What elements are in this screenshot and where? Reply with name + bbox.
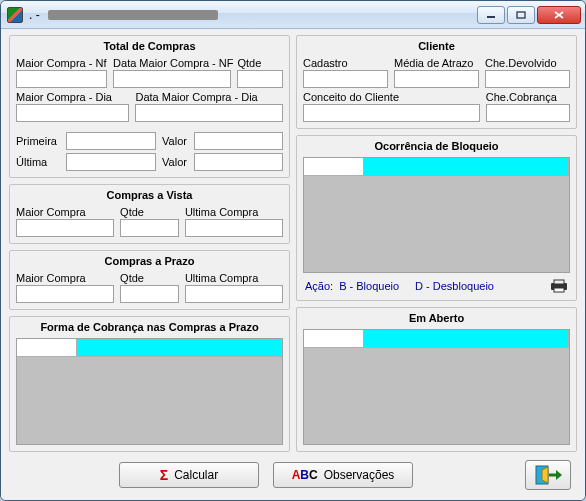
- grid-aberto-header-col: [364, 330, 569, 348]
- label-conceito-cliente: Conceito do Cliente: [303, 91, 480, 103]
- group-title-forma-cobranca: Forma de Cobrança nas Compras a Prazo: [16, 321, 283, 333]
- label-vista-ultima-compra: Ultima Compra: [185, 206, 283, 218]
- observacoes-label: Observações: [324, 468, 395, 482]
- right-column: Cliente Cadastro Média de Atrazo Che.Dev…: [296, 35, 577, 452]
- input-prazo-maior-compra[interactable]: [16, 285, 114, 303]
- grid-aberto-header-blank: [304, 330, 364, 348]
- input-conceito-cliente[interactable]: [303, 104, 480, 122]
- group-title-em-aberto: Em Aberto: [303, 312, 570, 324]
- window: . - Total de Compras Maio: [0, 0, 586, 501]
- legend-acao: Ação:: [305, 280, 333, 292]
- exit-icon: [534, 464, 562, 486]
- input-media-atrazo[interactable]: [394, 70, 479, 88]
- grid-cobranca-header-col: [77, 339, 282, 357]
- input-che-devolvido[interactable]: [485, 70, 570, 88]
- group-cliente: Cliente Cadastro Média de Atrazo Che.Dev…: [296, 35, 577, 129]
- input-cadastro[interactable]: [303, 70, 388, 88]
- abc-icon: ABC: [292, 468, 318, 482]
- label-primeira: Primeira: [16, 135, 62, 147]
- grid-bloqueio[interactable]: [303, 157, 570, 273]
- label-che-cobranca: Che.Cobrança: [486, 91, 570, 103]
- grid-cobranca-body: [17, 357, 282, 444]
- window-title-obscured: [48, 10, 218, 20]
- grid-bloqueio-header-blank: [304, 158, 364, 176]
- observacoes-button[interactable]: ABC Observações: [273, 462, 413, 488]
- label-maior-compra-dia: Maior Compra - Dia: [16, 91, 129, 103]
- grid-forma-cobranca[interactable]: [16, 338, 283, 445]
- input-vista-maior-compra[interactable]: [16, 219, 114, 237]
- group-title-cliente: Cliente: [303, 40, 570, 52]
- left-column: Total de Compras Maior Compra - Nf Data …: [9, 35, 290, 452]
- input-ultima[interactable]: [66, 153, 156, 171]
- client-area: Total de Compras Maior Compra - Nf Data …: [1, 29, 585, 500]
- input-ultima-valor[interactable]: [194, 153, 284, 171]
- label-vista-maior-compra: Maior Compra: [16, 206, 114, 218]
- group-forma-cobranca: Forma de Cobrança nas Compras a Prazo: [9, 316, 290, 452]
- grid-bloqueio-header-col: [364, 158, 569, 176]
- input-prazo-qtde[interactable]: [120, 285, 179, 303]
- group-title-compras-vista: Compras a Vista: [16, 189, 283, 201]
- svg-marker-10: [556, 470, 562, 480]
- titlebar: . -: [1, 1, 585, 29]
- calcular-button[interactable]: Σ Calcular: [119, 462, 259, 488]
- window-title-prefix: . -: [29, 8, 40, 22]
- grid-aberto-body: [304, 348, 569, 444]
- input-data-maior-compra-nf[interactable]: [113, 70, 231, 88]
- input-qtde-nf[interactable]: [237, 70, 283, 88]
- svg-rect-5: [554, 280, 564, 284]
- group-ocorrencia-bloqueio: Ocorrência de Bloqueio Ação: B - Bloquei…: [296, 135, 577, 301]
- label-prazo-maior-compra: Maior Compra: [16, 272, 114, 284]
- label-prazo-qtde: Qtde: [120, 272, 179, 284]
- group-title-ocorrencia-bloqueio: Ocorrência de Bloqueio: [303, 140, 570, 152]
- sigma-icon: Σ: [160, 467, 168, 483]
- close-icon: [553, 10, 565, 20]
- label-vista-qtde: Qtde: [120, 206, 179, 218]
- input-vista-ultima-compra[interactable]: [185, 219, 283, 237]
- exit-button[interactable]: [525, 460, 571, 490]
- close-button[interactable]: [537, 6, 581, 24]
- legend-desbloqueio: D - Desbloqueio: [415, 280, 494, 292]
- group-em-aberto: Em Aberto: [296, 307, 577, 452]
- group-title-total-compras: Total de Compras: [16, 40, 283, 52]
- grid-cobranca-header-blank: [17, 339, 77, 357]
- label-primeira-valor: Valor: [160, 135, 190, 147]
- label-qtde-nf: Qtde: [237, 57, 283, 69]
- svg-rect-0: [487, 16, 495, 18]
- group-compras-prazo: Compras a Prazo Maior Compra Qtde Ultima…: [9, 250, 290, 310]
- group-compras-vista: Compras a Vista Maior Compra Qtde Ultima…: [9, 184, 290, 244]
- print-button[interactable]: [550, 279, 568, 293]
- input-vista-qtde[interactable]: [120, 219, 179, 237]
- svg-rect-6: [554, 288, 564, 292]
- app-icon: [7, 7, 23, 23]
- legend-bloqueio: B - Bloqueio: [339, 280, 399, 292]
- label-data-maior-compra-dia: Data Maior Compra - Dia: [135, 91, 283, 103]
- label-cadastro: Cadastro: [303, 57, 388, 69]
- input-che-cobranca[interactable]: [486, 104, 570, 122]
- input-maior-compra-dia[interactable]: [16, 104, 129, 122]
- window-buttons: [477, 6, 581, 24]
- maximize-button[interactable]: [507, 6, 535, 24]
- maximize-icon: [516, 11, 526, 19]
- label-maior-compra-nf: Maior Compra - Nf: [16, 57, 107, 69]
- input-data-maior-compra-dia[interactable]: [135, 104, 283, 122]
- label-ultima-valor: Valor: [160, 156, 190, 168]
- grid-bloqueio-body: [304, 176, 569, 272]
- input-prazo-ultima-compra[interactable]: [185, 285, 283, 303]
- input-maior-compra-nf[interactable]: [16, 70, 107, 88]
- printer-icon: [550, 279, 568, 293]
- grid-em-aberto[interactable]: [303, 329, 570, 445]
- footer: Σ Calcular ABC Observações: [9, 458, 577, 492]
- group-total-compras: Total de Compras Maior Compra - Nf Data …: [9, 35, 290, 178]
- input-primeira-valor[interactable]: [194, 132, 284, 150]
- svg-marker-8: [542, 467, 548, 483]
- label-che-devolvido: Che.Devolvido: [485, 57, 570, 69]
- minimize-button[interactable]: [477, 6, 505, 24]
- calcular-label: Calcular: [174, 468, 218, 482]
- label-ultima: Última: [16, 156, 62, 168]
- input-primeira[interactable]: [66, 132, 156, 150]
- label-data-maior-compra-nf: Data Maior Compra - NF: [113, 57, 231, 69]
- svg-rect-1: [517, 12, 525, 18]
- label-prazo-ultima-compra: Ultima Compra: [185, 272, 283, 284]
- label-media-atrazo: Média de Atrazo: [394, 57, 479, 69]
- bloqueio-legend: Ação: B - Bloqueio D - Desbloqueio: [303, 276, 570, 294]
